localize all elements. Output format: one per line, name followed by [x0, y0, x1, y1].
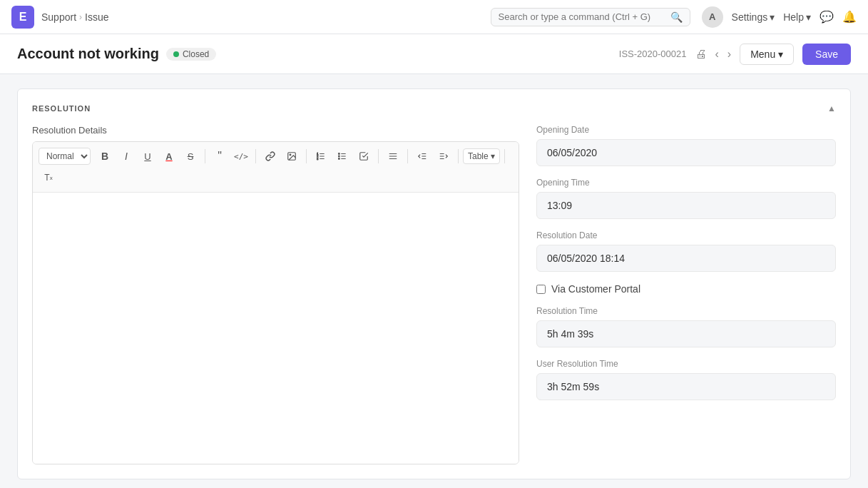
editor-toolbar: Normal B I U A S " </> [33, 142, 519, 193]
toolbar-divider-1 [205, 149, 205, 163]
settings-link[interactable]: Settings ▾ [732, 11, 775, 23]
user-resolution-time-field: User Resolution Time 3h 52m 59s [536, 359, 836, 400]
via-customer-portal-checkbox[interactable] [536, 285, 546, 294]
underline-button[interactable]: U [138, 146, 158, 166]
page-header: Account not working Closed ISS-2020-0002… [0, 34, 868, 74]
top-navbar: E Support › Issue 🔍 A Settings ▾ Help ▾ … [0, 0, 868, 34]
resolution-date-field: Resolution Date 06/05/2020 18:14 [536, 230, 836, 272]
page-header-right: ISS-2020-00021 🖨 ‹ › Menu ▾ Save [619, 44, 851, 65]
search-icon: 🔍 [670, 11, 683, 23]
section-title: RESOLUTION [32, 104, 91, 113]
user-resolution-time-value: 3h 52m 59s [536, 373, 836, 400]
chevron-left-icon[interactable]: ‹ [715, 48, 719, 61]
page-title: Account not working [17, 46, 159, 62]
resolution-time-label: Resolution Time [536, 306, 836, 316]
settings-chevron-icon: ▾ [770, 11, 775, 23]
svg-text:3: 3 [317, 158, 318, 161]
strikethrough-button[interactable]: S [180, 146, 200, 166]
toolbar-divider-7 [504, 149, 505, 163]
app-logo: E [11, 6, 34, 29]
editor-label: Resolution Details [32, 125, 519, 136]
link-button[interactable] [260, 146, 280, 166]
checklist-button[interactable] [354, 146, 374, 166]
resolution-time-field: Resolution Time 5h 4m 39s [536, 306, 836, 347]
print-icon[interactable]: 🖨 [695, 48, 707, 61]
image-button[interactable] [282, 146, 302, 166]
toolbar-divider-6 [458, 149, 459, 163]
chevron-right-icon[interactable]: › [727, 48, 731, 61]
resolution-time-value: 5h 4m 39s [536, 320, 836, 347]
section-body: Resolution Details Normal B I U A S " </… [32, 125, 836, 464]
opening-time-field: Opening Time 13:09 [536, 178, 836, 219]
section-collapse-icon[interactable]: ▲ [827, 103, 836, 113]
svg-point-11 [338, 153, 339, 155]
resolution-date-label: Resolution Date [536, 230, 836, 240]
chat-icon[interactable]: 💬 [820, 10, 834, 24]
indent-left-button[interactable] [412, 146, 432, 166]
toolbar-divider-4 [378, 149, 379, 163]
bold-button[interactable]: B [95, 146, 115, 166]
breadcrumb-issue[interactable]: Issue [85, 11, 108, 23]
table-button[interactable]: Table ▾ [463, 148, 500, 164]
section-header: RESOLUTION ▲ [32, 103, 836, 113]
user-resolution-time-label: User Resolution Time [536, 359, 836, 369]
menu-button[interactable]: Menu ▾ [740, 44, 794, 65]
blockquote-button[interactable]: " [210, 146, 230, 166]
status-label: Closed [183, 49, 209, 59]
clear-format-button[interactable]: Tx [39, 168, 58, 188]
meta-column: Opening Date 06/05/2020 Opening Time 13:… [536, 125, 836, 464]
editor-column: Resolution Details Normal B I U A S " </… [32, 125, 519, 464]
save-button[interactable]: Save [802, 44, 851, 65]
opening-date-value: 06/05/2020 [536, 139, 836, 166]
status-dot [173, 51, 179, 57]
search-bar[interactable]: 🔍 [491, 8, 690, 26]
opening-date-label: Opening Date [536, 125, 836, 135]
font-color-button[interactable]: A [159, 146, 179, 166]
bell-icon[interactable]: 🔔 [842, 10, 857, 24]
editor-body[interactable] [33, 193, 519, 464]
breadcrumb-sep-1: › [79, 12, 82, 22]
status-badge: Closed [166, 48, 216, 61]
help-link[interactable]: Help ▾ [783, 11, 811, 23]
svg-point-1 [290, 154, 291, 156]
topnav-right: A Settings ▾ Help ▾ 💬 🔔 [702, 6, 857, 28]
svg-point-12 [338, 156, 339, 157]
avatar: A [702, 6, 723, 28]
main-content: RESOLUTION ▲ Resolution Details Normal B… [0, 74, 868, 488]
code-button[interactable]: </> [231, 146, 251, 166]
issue-id: ISS-2020-00021 [619, 49, 687, 59]
toolbar-divider-3 [306, 149, 307, 163]
resolution-date-value: 06/05/2020 18:14 [536, 245, 836, 272]
italic-button[interactable]: I [116, 146, 136, 166]
unordered-list-button[interactable] [332, 146, 352, 166]
opening-time-label: Opening Time [536, 178, 836, 188]
search-input[interactable] [499, 11, 668, 22]
svg-point-13 [338, 158, 339, 160]
toolbar-divider-2 [255, 149, 256, 163]
table-label: Table [468, 151, 489, 161]
align-button[interactable] [383, 146, 403, 166]
editor-wrapper: Normal B I U A S " </> [32, 141, 519, 464]
ordered-list-button[interactable]: 123 [311, 146, 331, 166]
opening-date-field: Opening Date 06/05/2020 [536, 125, 836, 166]
menu-chevron-icon: ▾ [778, 49, 783, 60]
page-title-area: Account not working Closed [17, 46, 216, 62]
help-chevron-icon: ▾ [806, 11, 811, 23]
table-chevron-icon: ▾ [491, 151, 495, 161]
opening-time-value: 13:09 [536, 192, 836, 219]
resolution-section: RESOLUTION ▲ Resolution Details Normal B… [17, 88, 851, 479]
toolbar-divider-5 [407, 149, 408, 163]
format-select[interactable]: Normal [39, 148, 91, 165]
via-customer-portal-row: Via Customer Portal [536, 283, 836, 295]
indent-right-button[interactable] [434, 146, 454, 166]
breadcrumb-support[interactable]: Support [41, 11, 76, 23]
breadcrumb: Support › Issue [41, 11, 109, 23]
via-customer-portal-label[interactable]: Via Customer Portal [551, 283, 640, 295]
